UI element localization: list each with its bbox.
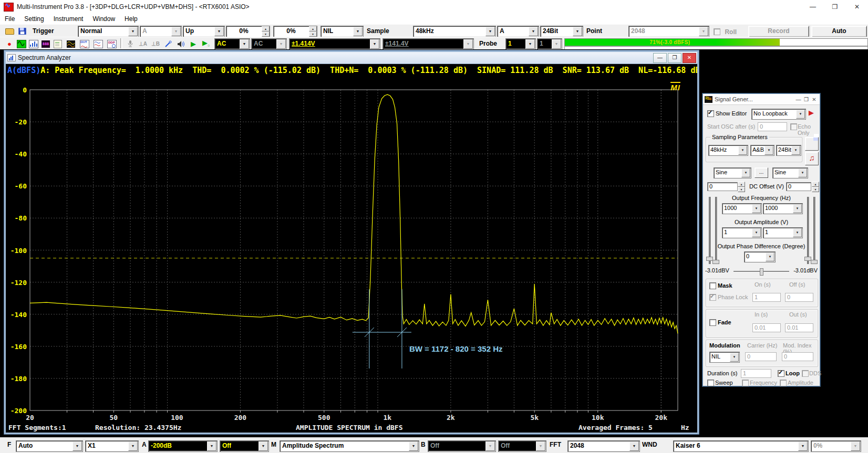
- show-editor-checkbox[interactable]: [707, 110, 714, 117]
- amplitude-b-select[interactable]: 1▼: [763, 227, 803, 238]
- siggen-channels-select[interactable]: A&B▼: [750, 145, 774, 156]
- ground-a-button[interactable]: ⊥A: [137, 38, 149, 50]
- loop-checkbox[interactable]: [778, 370, 784, 377]
- menu-file[interactable]: File: [0, 15, 19, 23]
- fade-out-input[interactable]: 0.01: [785, 323, 813, 332]
- amplitude-a-select[interactable]: 1▼: [722, 227, 762, 238]
- frequency-a-select[interactable]: 1000▼: [722, 203, 762, 214]
- mask-checkbox[interactable]: [709, 282, 716, 289]
- data-logger-button[interactable]: [51, 38, 64, 50]
- phase-lock-checkbox[interactable]: [709, 294, 716, 301]
- coupling-a-select[interactable]: AC▼: [214, 38, 250, 50]
- auto-button[interactable]: Auto: [811, 26, 867, 37]
- ground-b-button[interactable]: ⊥B: [149, 38, 162, 50]
- freq-axis-select[interactable]: Auto▼: [16, 440, 83, 452]
- run-button[interactable]: ▶: [187, 38, 200, 50]
- open-file-button[interactable]: [3, 25, 16, 37]
- dc-offset-b-spinner[interactable]: ▲▼: [812, 182, 819, 192]
- spin-down-icon[interactable]: ▼: [262, 31, 270, 37]
- microphone-button[interactable]: [124, 38, 137, 50]
- range-a-select[interactable]: ±1.414V▼: [289, 38, 380, 50]
- menu-setting[interactable]: Setting: [19, 15, 48, 23]
- fade-in-input[interactable]: 0.01: [752, 323, 781, 332]
- frequency-b-select[interactable]: 1000▼: [763, 203, 803, 214]
- siggen-maximize-button[interactable]: ❐: [802, 97, 810, 102]
- spin-up-icon[interactable]: ▲: [309, 26, 317, 31]
- ref-a-select[interactable]: Off▼: [220, 440, 269, 452]
- points-select[interactable]: 2048▼: [628, 26, 709, 37]
- dc-offset-b-input[interactable]: 0: [786, 182, 811, 191]
- roll-checkbox[interactable]: Roll: [714, 27, 737, 37]
- spectrum-minimize-button[interactable]: —: [653, 53, 667, 63]
- fft-size-select[interactable]: 2048▼: [567, 440, 640, 452]
- sweep-frequency-checkbox[interactable]: [742, 380, 749, 386]
- trigger-source-select[interactable]: A▼: [140, 26, 182, 37]
- record-button[interactable]: Record: [748, 26, 809, 37]
- start-osc-input[interactable]: 0: [758, 122, 787, 131]
- siggen-titlebar[interactable]: Signal Gener... — ❐ ✕: [703, 94, 820, 105]
- mode-select[interactable]: Amplitude Spectrum▼: [280, 440, 419, 452]
- trigger-delay-spinner[interactable]: 0% ▲▼: [273, 26, 317, 37]
- waveform-b-select[interactable]: Sine▼: [772, 167, 808, 178]
- loopback-select[interactable]: No Loopback▼: [751, 109, 806, 120]
- balance-slider-handle[interactable]: [760, 268, 763, 276]
- siggen-rate-select[interactable]: 48kHz▼: [708, 145, 748, 156]
- signal-generator-button[interactable]: [15, 38, 28, 50]
- trigger-edge-select[interactable]: Up▼: [183, 26, 225, 37]
- siggen-music-button[interactable]: ♫: [805, 152, 819, 165]
- phase-select[interactable]: 0▼: [744, 251, 776, 262]
- sample-channel-select[interactable]: A▼: [497, 26, 539, 37]
- trigger-level-spinner[interactable]: 0% ▲▼: [226, 26, 270, 37]
- ddp-viewer-button[interactable]: DDP: [106, 38, 118, 50]
- carrier-input[interactable]: 0: [745, 352, 777, 361]
- close-button[interactable]: ✕: [846, 1, 868, 14]
- minimize-button[interactable]: —: [802, 1, 824, 14]
- mask-off-input[interactable]: 0: [785, 293, 813, 302]
- maximize-button[interactable]: ❐: [824, 1, 846, 14]
- dc-offset-a-spinner[interactable]: ▲▼: [738, 182, 745, 192]
- range-b-select[interactable]: ±141.4V▼: [383, 38, 474, 50]
- duration-input[interactable]: 1: [741, 369, 771, 378]
- range-a-display-select[interactable]: -200dB▼: [148, 440, 218, 452]
- spectrum-window-titlebar[interactable]: Spectrum Analyzer — ❐ ✕: [6, 52, 697, 64]
- oscilloscope-button[interactable]: ●: [3, 38, 16, 50]
- probe-b-select[interactable]: 1▼: [537, 38, 562, 50]
- mask-on-input[interactable]: 1: [752, 293, 781, 302]
- zoom-select[interactable]: X1▼: [85, 440, 139, 452]
- mod-index-input[interactable]: 0: [782, 352, 813, 361]
- spectrum-3d-plot-button[interactable]: [65, 38, 77, 50]
- device-test-plan-button[interactable]: OUT: [78, 38, 91, 50]
- siggen-minimize-button[interactable]: —: [794, 97, 802, 102]
- spectrum-analyzer-button[interactable]: [27, 38, 40, 50]
- overlap-select[interactable]: 0%▼: [811, 440, 861, 452]
- multimeter-button[interactable]: 888: [39, 38, 52, 50]
- spin-up-icon[interactable]: ▲: [262, 26, 270, 31]
- dc-offset-a-input[interactable]: 0: [707, 182, 738, 191]
- coupling-b-select[interactable]: AC▼: [251, 38, 287, 50]
- spectrum-close-button[interactable]: ✕: [683, 53, 696, 63]
- save-button[interactable]: [16, 25, 28, 37]
- siggen-save-button[interactable]: [805, 137, 819, 151]
- siggen-bits-select[interactable]: 24Bit▼: [776, 145, 801, 156]
- sample-bits-select[interactable]: 24Bit▼: [540, 26, 583, 37]
- dds-checkbox[interactable]: [802, 370, 809, 377]
- probe-calibration-button[interactable]: [162, 38, 174, 50]
- menu-help[interactable]: Help: [120, 15, 142, 23]
- echo-only-checkbox[interactable]: [790, 123, 797, 130]
- trigger-hpf-select[interactable]: NIL▼: [321, 26, 364, 37]
- siggen-play-button[interactable]: ▶: [809, 109, 814, 117]
- menu-window[interactable]: Window: [88, 15, 120, 23]
- sweep-checkbox[interactable]: [707, 380, 714, 386]
- wave-editor-button[interactable]: ...: [755, 167, 768, 178]
- fade-checkbox[interactable]: [709, 319, 716, 326]
- window-function-select[interactable]: Kaiser 6▼: [673, 440, 809, 452]
- run-loop-button[interactable]: ▶○: [200, 38, 212, 50]
- sound-output-button[interactable]: [174, 38, 187, 50]
- spectrum-maximize-button[interactable]: ❐: [668, 53, 681, 63]
- modulation-type-select[interactable]: NIL▼: [709, 352, 740, 363]
- menu-instrument[interactable]: Instrument: [49, 15, 88, 23]
- sample-rate-select[interactable]: 48kHz▼: [413, 26, 496, 37]
- range-b-display-select[interactable]: Off▼: [428, 440, 496, 452]
- waveform-a-select[interactable]: Sine▼: [714, 167, 751, 178]
- derived-data-button[interactable]: [92, 38, 105, 50]
